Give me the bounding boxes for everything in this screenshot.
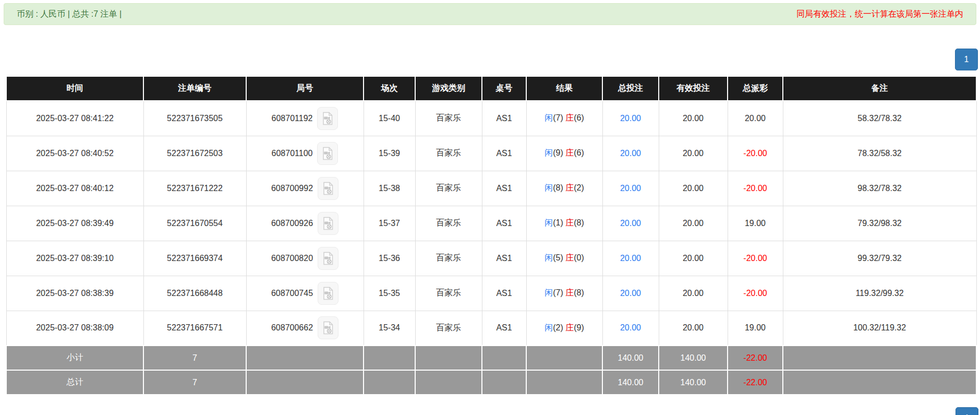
banker-result-points: (2) (574, 183, 584, 192)
cell-valid-bet: 20.00 (659, 311, 728, 346)
page-1-button-bottom[interactable]: 1 (955, 407, 978, 415)
column-header-remark: 备注 (783, 76, 976, 101)
total-bet-link[interactable]: 20.00 (620, 254, 641, 263)
cell-time: 2025-03-27 08:39:49 (6, 206, 143, 241)
column-header-game-type: 游戏类别 (415, 76, 482, 101)
video-replay-button[interactable] (318, 282, 338, 305)
summary-label: 总计 (6, 370, 143, 395)
cell-valid-bet: 20.00 (659, 171, 728, 206)
summary-empty-cell (364, 370, 415, 395)
table-row: 2025-03-27 08:40:52522371672503608701100… (6, 136, 976, 171)
summary-empty-cell (482, 346, 526, 370)
column-header-result: 结果 (526, 76, 602, 101)
total-bet-link[interactable]: 20.00 (620, 114, 641, 123)
game-no-value: 608701100 (272, 149, 313, 158)
cell-game-type: 百家乐 (415, 101, 482, 136)
cell-game-no: 608700820 (246, 241, 364, 276)
video-file-icon (322, 182, 334, 195)
game-no-value: 608700926 (271, 219, 313, 228)
summary-empty-cell (415, 346, 482, 370)
cell-time: 2025-03-27 08:38:09 (6, 311, 143, 346)
video-replay-button[interactable] (317, 142, 338, 165)
player-result-points: (7) (553, 113, 563, 122)
cell-remark: 58.32/78.32 (783, 101, 976, 136)
cell-table-no: AS1 (482, 101, 526, 136)
cell-result: 闲(7) 庄(6) (526, 101, 602, 136)
page-1-button[interactable]: 1 (955, 49, 978, 70)
player-result-label: 闲 (545, 288, 553, 297)
player-result-points: (9) (553, 148, 563, 157)
banker-result-points: (8) (574, 218, 584, 227)
table-row: 2025-03-27 08:39:49522371670554608700926… (6, 206, 976, 241)
cell-valid-bet: 20.00 (659, 241, 728, 276)
player-result-points: (5) (553, 253, 563, 262)
cell-time: 2025-03-27 08:41:22 (6, 101, 143, 136)
game-no-wrap: 608700662 (271, 316, 338, 339)
table-row: 2025-03-27 08:40:12522371671222608700992… (6, 171, 976, 206)
cell-bet-no: 522371670554 (143, 206, 246, 241)
summary-total-bet: 140.00 (602, 346, 659, 370)
column-header-bet-no: 注单编号 (143, 76, 246, 101)
cell-remark: 78.32/58.32 (783, 136, 976, 171)
cell-time: 2025-03-27 08:40:52 (6, 136, 143, 171)
banker-result-label: 庄 (565, 253, 574, 262)
summary-valid-bet: 140.00 (659, 370, 728, 395)
cell-bet-no: 522371672503 (143, 136, 246, 171)
cell-table-no: AS1 (482, 136, 526, 171)
cell-valid-bet: 20.00 (659, 136, 728, 171)
game-no-value: 608700992 (271, 184, 313, 193)
cell-table-no: AS1 (482, 241, 526, 276)
banker-result-points: (0) (574, 253, 584, 262)
cell-bet-no: 522371667571 (143, 311, 246, 346)
cell-remark: 119.32/99.32 (783, 276, 976, 311)
player-result-points: (2) (553, 323, 563, 332)
cell-table-no: AS1 (482, 206, 526, 241)
cell-total-bet: 20.00 (602, 171, 659, 206)
cell-game-type: 百家乐 (415, 136, 482, 171)
summary-empty-cell (246, 346, 364, 370)
game-no-wrap: 608700926 (271, 212, 338, 235)
video-replay-button[interactable] (318, 316, 338, 339)
cell-total-bet: 20.00 (602, 101, 659, 136)
cell-payout: -20.00 (728, 241, 783, 276)
game-no-wrap: 608700820 (271, 247, 338, 270)
summary-empty-cell (246, 370, 364, 395)
cell-session: 15-36 (364, 241, 415, 276)
cell-valid-bet: 20.00 (659, 101, 728, 136)
total-bet-link[interactable]: 20.00 (620, 149, 641, 158)
cell-session: 15-39 (364, 136, 415, 171)
column-header-session: 场次 (364, 76, 415, 101)
banker-result-label: 庄 (565, 288, 574, 297)
cell-game-no: 608701100 (246, 136, 364, 171)
column-header-table-no: 桌号 (482, 76, 526, 101)
cell-game-no: 608700992 (246, 171, 364, 206)
player-result-label: 闲 (545, 148, 553, 157)
cell-result: 闲(7) 庄(8) (526, 276, 602, 311)
cell-remark: 100.32/119.32 (783, 311, 976, 346)
total-bet-link[interactable]: 20.00 (620, 323, 641, 332)
video-replay-button[interactable] (317, 107, 338, 130)
game-no-value: 608700745 (271, 289, 313, 298)
cell-bet-no: 522371673505 (143, 101, 246, 136)
game-no-wrap: 608700992 (271, 177, 338, 200)
cell-total-bet: 20.00 (602, 241, 659, 276)
cell-total-bet: 20.00 (602, 276, 659, 311)
game-no-value: 608700820 (271, 254, 313, 263)
notice-bar: 币别 : 人民币 | 总共 :7 注单 | 同局有效投注，统一计算在该局第一张注… (4, 3, 976, 25)
cell-game-type: 百家乐 (415, 276, 482, 311)
player-result-label: 闲 (545, 113, 553, 122)
total-bet-link[interactable]: 20.00 (620, 289, 641, 298)
cell-total-bet: 20.00 (602, 136, 659, 171)
summary-label: 小计 (6, 346, 143, 370)
cell-result: 闲(9) 庄(6) (526, 136, 602, 171)
total-bet-link[interactable]: 20.00 (620, 184, 641, 193)
player-result-points: (7) (553, 288, 563, 297)
video-replay-button[interactable] (318, 247, 338, 270)
player-result-label: 闲 (545, 323, 553, 332)
video-replay-button[interactable] (318, 177, 338, 200)
video-replay-button[interactable] (318, 212, 338, 235)
total-bet-link[interactable]: 20.00 (620, 219, 641, 228)
cell-total-bet: 20.00 (602, 206, 659, 241)
cell-game-no: 608700926 (246, 206, 364, 241)
cell-game-type: 百家乐 (415, 171, 482, 206)
